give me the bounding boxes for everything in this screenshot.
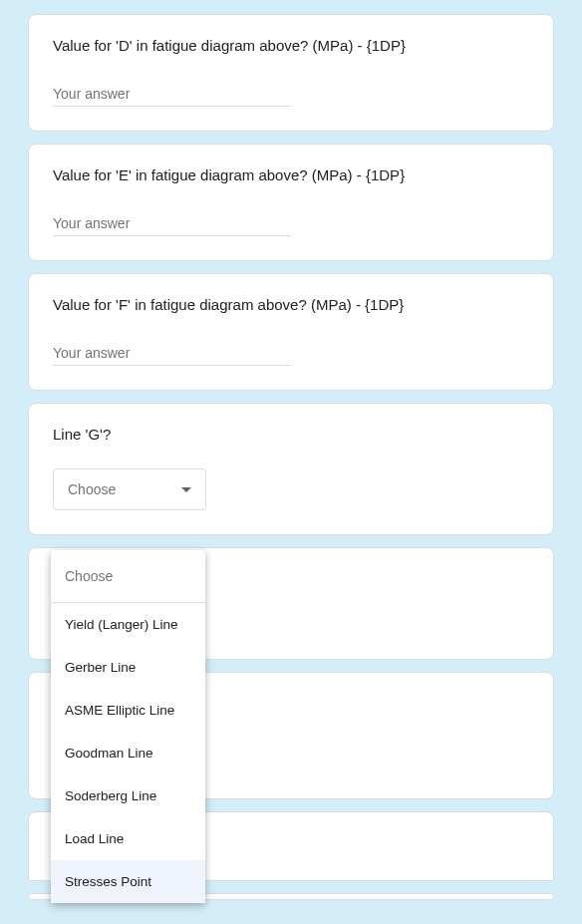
answer-input-d[interactable] (53, 82, 291, 107)
question-card-f: Value for 'F' in fatigue diagram above? … (28, 273, 554, 391)
question-title: Line 'G'? (53, 426, 529, 443)
question-title: Value for 'D' in fatigue diagram above? … (53, 37, 529, 54)
dropdown-choose-header[interactable]: Choose (51, 550, 205, 603)
question-card-g: Line 'G'? Choose (28, 403, 554, 535)
question-card-d: Value for 'D' in fatigue diagram above? … (28, 14, 554, 132)
dropdown-label: Choose (68, 481, 116, 497)
answer-input-e[interactable] (53, 211, 291, 236)
dropdown-option-yield-langer-line[interactable]: Yield (Langer) Line (51, 603, 205, 646)
answer-input-f[interactable] (53, 341, 291, 366)
dropdown-option-gerber-line[interactable]: Gerber Line (51, 646, 205, 689)
dropdown-option-asme-elliptic-line[interactable]: ASME Elliptic Line (51, 689, 205, 732)
dropdown-option-load-line[interactable]: Load Line (51, 817, 205, 860)
dropdown-button-g[interactable]: Choose (53, 468, 206, 510)
question-title: Value for 'F' in fatigue diagram above? … (53, 296, 529, 313)
question-card-e: Value for 'E' in fatigue diagram above? … (28, 144, 554, 261)
chevron-down-icon (181, 487, 191, 492)
dropdown-option-stresses-point[interactable]: Stresses Point (51, 860, 205, 903)
dropdown-option-soderberg-line[interactable]: Soderberg Line (51, 774, 205, 817)
dropdown-menu-h: Choose Yield (Langer) Line Gerber Line A… (51, 550, 205, 903)
question-title: Value for 'E' in fatigue diagram above? … (53, 166, 529, 183)
dropdown-option-goodman-line[interactable]: Goodman Line (51, 732, 205, 774)
